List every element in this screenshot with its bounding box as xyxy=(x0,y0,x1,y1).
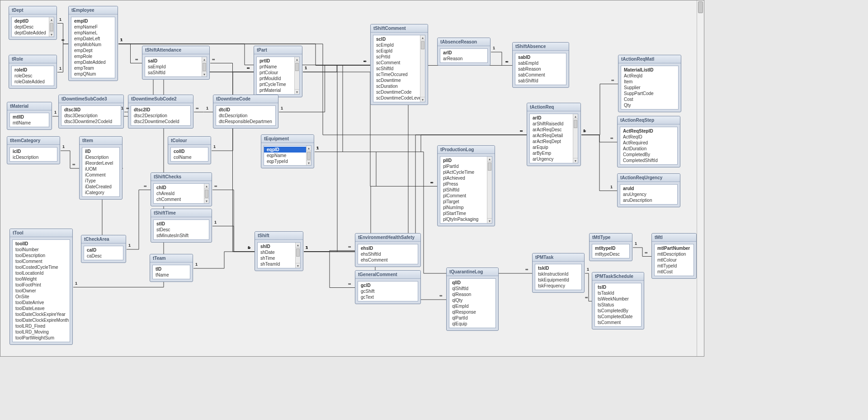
column-ActReqStepID[interactable]: ActReqStepID xyxy=(620,128,677,134)
column-toolLRD_Moving[interactable]: toolLRD_Moving xyxy=(13,329,70,335)
column-qlID[interactable]: qlID xyxy=(449,280,495,286)
column-aruDescription[interactable]: aruDescription xyxy=(620,197,677,203)
column-Qty[interactable]: Qty xyxy=(621,102,678,108)
table-title[interactable]: tPMTaskSchedule xyxy=(592,272,644,281)
table-tEnvironmentHealthSafety[interactable]: tEnvironmentHealthSafetyehsIDehsShiftIde… xyxy=(355,233,421,267)
column-Cost[interactable]: Cost xyxy=(621,96,678,102)
column-empMobNum[interactable]: empMobNum xyxy=(71,42,115,48)
column-toolID[interactable]: toolID xyxy=(13,241,70,247)
vertical-scrollbar[interactable] xyxy=(697,0,704,356)
column-colName[interactable]: colName xyxy=(171,154,208,160)
relation-tEquipment-tActionReq[interactable] xyxy=(315,135,527,152)
scroll-up-icon[interactable]: ▴ xyxy=(573,114,578,119)
scroll-down-icon[interactable]: ▾ xyxy=(420,97,425,102)
column-qlQty[interactable]: qlQty xyxy=(449,297,495,303)
column-stID[interactable]: stID xyxy=(154,221,209,227)
table-title[interactable]: tShiftChecks xyxy=(151,173,212,181)
relation-tActionReq-tActionReqStep[interactable] xyxy=(581,135,618,142)
table-tEquipment[interactable]: tEquipmenteqpIDeqpNameeqpTypeId▴▾ xyxy=(261,134,314,168)
column-mtltypeDesc[interactable]: mtltypeDesc xyxy=(592,251,629,257)
list-scrollbar[interactable]: ▴▾ xyxy=(306,146,311,165)
column-scPrtId[interactable]: scPrtId xyxy=(373,54,425,60)
scroll-down-icon[interactable]: ▾ xyxy=(202,72,207,76)
scroll-down-icon[interactable]: ▾ xyxy=(204,198,209,203)
column-arActReqDesc[interactable]: arActReqDesc xyxy=(530,127,578,133)
column-prtID[interactable]: prtID xyxy=(257,58,299,64)
column-plShiftId[interactable]: plShiftId xyxy=(440,187,492,193)
table-title[interactable]: tDowntimeSubCode3 xyxy=(59,95,123,103)
column-empNameL[interactable]: empNameL xyxy=(71,30,115,36)
column-dtsc3Description[interactable]: dtsc3Description xyxy=(61,113,121,119)
table-tRole[interactable]: tRoleroleIDroleDescroleDateAdded xyxy=(9,55,57,89)
column-toolPartWeightSum[interactable]: toolPartWeightSum xyxy=(13,335,70,341)
column-scEmpId[interactable]: scEmpId xyxy=(373,42,425,48)
column-sabShiftId[interactable]: sabShiftId xyxy=(515,78,566,84)
table-tMaterial[interactable]: tMaterialmtlIDmtlName xyxy=(7,102,52,130)
table-tItem[interactable]: tItemiIDiDescriptioniReorderLeveliUOMiCo… xyxy=(79,136,123,200)
column-aruId[interactable]: aruId xyxy=(620,186,677,191)
table-tDowntimeSubCode2[interactable]: tDowntimeSubCode2dtsc2IDdtsc2Description… xyxy=(128,95,193,129)
column-scID[interactable]: scID xyxy=(373,36,425,42)
column-aruUrgency[interactable]: aruUrgency xyxy=(620,191,677,197)
column-toolFootPrint[interactable]: toolFootPrint xyxy=(13,282,70,288)
table-title[interactable]: tShift xyxy=(255,232,303,240)
column-plAchieved[interactable]: plAchieved xyxy=(440,175,492,181)
column-toolCostedCycleTime[interactable]: toolCostedCycleTime xyxy=(13,264,70,270)
list-scrollbar[interactable]: ▴▾ xyxy=(573,114,578,163)
table-tGeneralComment[interactable]: tGeneralCommentgcIDgcShiftgcText xyxy=(355,270,421,304)
table-tItemCategory[interactable]: tItemCategoryicIDicDescription xyxy=(7,136,60,164)
table-title[interactable]: tActionReqStep xyxy=(618,116,680,124)
table-tQuarantineLog[interactable]: tQuarantineLogqlIDqlShiftIdqlReasonqlQty… xyxy=(446,267,499,331)
column-deptID[interactable]: deptID xyxy=(12,18,54,24)
list-scrollbar[interactable]: ▴▾ xyxy=(487,157,492,223)
scroll-thumb[interactable] xyxy=(488,162,491,171)
relation-tRole-tEmployee[interactable] xyxy=(57,44,69,72)
relation-tShift-tShiftAttendance[interactable] xyxy=(210,63,255,252)
column-plPress[interactable]: plPress xyxy=(440,181,492,187)
column-tskEquipmentId[interactable]: tskEquipmentId xyxy=(535,277,581,283)
table-title[interactable]: tEmployee xyxy=(69,6,118,14)
column-empDept[interactable]: empDept xyxy=(71,48,115,53)
column-arActReqDetail[interactable]: arActReqDetail xyxy=(530,133,578,138)
table-tPart[interactable]: tPartprtIDprtNameprtColourprtMouldIdprtC… xyxy=(254,46,302,97)
table-tCheckArea[interactable]: tCheckAreacaIDcaDesc xyxy=(81,235,126,263)
table-title[interactable]: tMtlType xyxy=(590,234,632,242)
relation-tEquipment-tShiftComment[interactable] xyxy=(315,65,371,152)
column-caID[interactable]: caID xyxy=(84,247,123,253)
table-title[interactable]: tShiftTime xyxy=(151,209,212,217)
column-mtlTypeId[interactable]: mtlTypeId xyxy=(655,263,693,269)
column-dtsc2ID[interactable]: dtsc2ID xyxy=(131,107,190,113)
table-tShiftAbsence[interactable]: tShiftAbsencesabIDsabEmpIdsabReasonsabCo… xyxy=(512,42,569,88)
column-iType[interactable]: iType xyxy=(82,178,119,184)
column-plComment[interactable]: plComment xyxy=(440,193,492,199)
column-tskID[interactable]: tskID xyxy=(535,265,581,271)
column-empDateAdded[interactable]: empDateAdded xyxy=(71,59,115,65)
column-chID[interactable]: chID xyxy=(154,185,209,191)
column-arReason[interactable]: arReason xyxy=(440,56,487,62)
column-dtsc2DowntimeCodeId[interactable]: dtsc2DowntimeCodeId xyxy=(131,119,190,124)
table-title[interactable]: tColour xyxy=(168,137,211,145)
column-sabReason[interactable]: sabReason xyxy=(515,66,566,72)
table-tShiftTime[interactable]: tShiftTimestIDstDescstMinutesInShift xyxy=(151,209,212,243)
column-ActReqId[interactable]: ActReqId xyxy=(621,73,678,79)
table-tPMTask[interactable]: tPMTasktskIDtskInstructionIdtskEquipment… xyxy=(532,253,585,293)
scroll-down-icon[interactable]: ▾ xyxy=(487,218,492,223)
column-ActRequired[interactable]: ActRequired xyxy=(620,140,677,146)
scroll-thumb[interactable] xyxy=(574,120,577,128)
column-qlPartId[interactable]: qlPartId xyxy=(449,315,495,321)
list-scrollbar[interactable]: ▴▾ xyxy=(294,57,299,94)
column-dtsc3Downtime2CodeId[interactable]: dtsc3Downtime2CodeId xyxy=(61,119,121,124)
table-title[interactable]: tShiftAttendance xyxy=(142,46,209,54)
column-empTeam[interactable]: empTeam xyxy=(71,65,115,71)
scrollbar-thumb[interactable] xyxy=(698,1,703,13)
column-saID[interactable]: saID xyxy=(145,58,207,64)
scroll-up-icon[interactable]: ▴ xyxy=(420,35,425,40)
table-tAbsenceReason[interactable]: tAbsenceReasonarIDarReason xyxy=(437,38,491,66)
relation-tEmployee-tShiftAttendance[interactable] xyxy=(118,44,142,63)
column-colID[interactable]: colID xyxy=(171,148,208,154)
scroll-down-icon[interactable]: ▾ xyxy=(307,160,311,165)
column-icID[interactable]: icID xyxy=(10,148,57,154)
column-saEmpId[interactable]: saEmpId xyxy=(145,64,207,70)
column-mtlID[interactable]: mtlID xyxy=(10,114,49,120)
column-tsCompletedBy[interactable]: tsCompletedBy xyxy=(595,308,641,314)
